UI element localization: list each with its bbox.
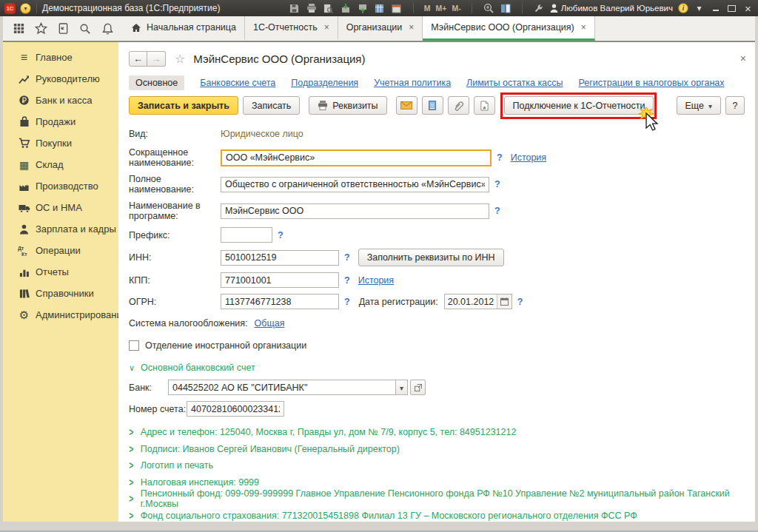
- nav-link-cash-limits[interactable]: Лимиты остатка кассы: [466, 78, 563, 88]
- history-link[interactable]: История: [358, 275, 394, 286]
- nav-back-button[interactable]: [129, 51, 147, 67]
- program-name-input[interactable]: [221, 203, 489, 219]
- nav-link-accounting-policy[interactable]: Учетная политика: [374, 78, 451, 88]
- save-icon[interactable]: [289, 3, 301, 14]
- current-user[interactable]: Любимов Валерий Юрьевич: [550, 4, 673, 13]
- bank-dropdown-button[interactable]: [395, 380, 408, 395]
- close-tab-icon[interactable]: [324, 22, 329, 33]
- help-icon[interactable]: [344, 252, 350, 263]
- help-button[interactable]: ?: [725, 96, 745, 115]
- account-number-input[interactable]: [187, 401, 284, 417]
- kind-value[interactable]: Юридическое лицо: [221, 129, 303, 139]
- close-tab-icon[interactable]: [581, 22, 586, 33]
- close-tab-icon[interactable]: [409, 22, 414, 33]
- nav-link-departments[interactable]: Подразделения: [291, 78, 358, 88]
- email-button[interactable]: [396, 96, 417, 115]
- section-address-phone[interactable]: Адрес и телефон: 125040, Москва г, Правд…: [129, 424, 745, 441]
- foreign-branch-checkbox[interactable]: [129, 340, 139, 351]
- help-icon[interactable]: [494, 179, 500, 189]
- bank-account-section-header[interactable]: Основной банковский счет: [129, 360, 745, 375]
- sidebar-item-directories[interactable]: Справочники: [3, 283, 118, 304]
- fill-by-inn-button[interactable]: Заполнить реквизиты по ИНН: [358, 249, 504, 266]
- tax-system-link[interactable]: Общая: [255, 318, 285, 329]
- ogrn-input[interactable]: [221, 294, 339, 309]
- section-social-insurance[interactable]: Фонд социального страхования: 7713200154…: [129, 508, 745, 522]
- search-icon[interactable]: [76, 20, 95, 38]
- file-export-icon[interactable]: [357, 3, 369, 14]
- calculator-icon[interactable]: [374, 3, 386, 14]
- help-icon[interactable]: [278, 230, 284, 240]
- more-button[interactable]: Еще: [677, 96, 721, 115]
- short-name-input[interactable]: [221, 149, 492, 166]
- split-view-icon[interactable]: [500, 3, 512, 14]
- history-link[interactable]: История: [511, 152, 546, 163]
- nav-forward-button[interactable]: [147, 51, 166, 67]
- nav-link-bank-accounts[interactable]: Банковские счета: [200, 78, 275, 88]
- sidebar-item-operations[interactable]: ДтКтОперации: [3, 240, 118, 261]
- sidebar-item-sales[interactable]: Продажи: [3, 111, 118, 132]
- sidebar-item-main[interactable]: Главное: [3, 47, 118, 68]
- memory-m-button[interactable]: M: [424, 4, 431, 13]
- memory-m-minus-button[interactable]: M-: [452, 4, 460, 13]
- tab-mainservice-org[interactable]: МэйнСервис ООО (Организация): [423, 16, 594, 41]
- notes-button[interactable]: [422, 96, 443, 115]
- favorites-star-icon[interactable]: [31, 20, 50, 38]
- section-logo-stamp[interactable]: Логотип и печать: [129, 457, 745, 474]
- notifications-bell-icon[interactable]: [98, 20, 117, 38]
- sidebar-item-salary-hr[interactable]: Зарплата и кадры: [3, 218, 118, 240]
- connect-1c-reporting-button[interactable]: Подключение к 1С-Отчетности: [504, 96, 654, 115]
- sidebar-item-warehouse[interactable]: Склад: [3, 154, 118, 175]
- help-icon[interactable]: [344, 275, 350, 286]
- full-name-input[interactable]: [221, 177, 489, 192]
- close-window-button[interactable]: [742, 4, 754, 13]
- calendar-icon[interactable]: [391, 3, 403, 14]
- file-import-icon[interactable]: [340, 3, 352, 14]
- maximize-button[interactable]: [726, 4, 737, 13]
- system-menu-button[interactable]: [20, 3, 31, 14]
- section-pension-fund[interactable]: Пенсионный фонд: 099-099-999999 Главное …: [129, 491, 745, 508]
- close-form-button[interactable]: [740, 53, 746, 64]
- open-bank-button[interactable]: [410, 380, 426, 395]
- nav-link-tax-registrations[interactable]: Регистрации в налоговых органах: [579, 78, 725, 88]
- section-signatures[interactable]: Подписи: Иванов Сергей Иванович (Генерал…: [129, 441, 745, 458]
- calendar-picker-icon[interactable]: [497, 294, 512, 309]
- help-icon[interactable]: [494, 206, 500, 216]
- attachments-button[interactable]: [448, 96, 469, 115]
- kpp-input[interactable]: [221, 272, 339, 288]
- sidebar-item-manager[interactable]: Руководителю: [3, 68, 118, 90]
- service-wrench-icon[interactable]: [533, 3, 545, 14]
- titlebar-menu-caret[interactable]: [694, 4, 705, 13]
- info-icon[interactable]: i: [678, 3, 688, 13]
- bank-input[interactable]: [168, 380, 395, 395]
- minimize-button[interactable]: [710, 4, 721, 13]
- favorite-star-icon[interactable]: [175, 52, 185, 66]
- help-icon[interactable]: [344, 297, 350, 307]
- history-icon[interactable]: [53, 20, 73, 38]
- export-document-button[interactable]: [474, 96, 495, 115]
- sidebar-item-production[interactable]: Производство: [3, 175, 118, 197]
- save-button[interactable]: Записать: [243, 96, 300, 115]
- tab-1c-reporting[interactable]: 1С-Отчетность: [245, 16, 338, 41]
- print-icon[interactable]: [306, 3, 318, 14]
- sidebar-item-administration[interactable]: Администрирование: [3, 304, 118, 326]
- memory-m-plus-button[interactable]: M+: [436, 4, 447, 13]
- help-icon[interactable]: [517, 297, 523, 307]
- prefix-input[interactable]: [221, 227, 272, 243]
- sidebar-item-fixed-assets[interactable]: ОС и НМА: [3, 197, 118, 218]
- apps-menu-icon[interactable]: [9, 20, 28, 38]
- print-preview-icon[interactable]: [323, 3, 335, 14]
- tab-home[interactable]: Начальная страница: [123, 16, 245, 41]
- sidebar-item-purchases[interactable]: Покупки: [3, 132, 118, 154]
- tab-organizations[interactable]: Организации: [338, 16, 423, 41]
- zoom-in-icon[interactable]: [483, 3, 494, 14]
- help-icon[interactable]: [497, 152, 503, 163]
- sections-sidebar: Главное Руководителю Банк и касса Продаж…: [3, 42, 118, 522]
- sidebar-item-bank-cash[interactable]: Банк и касса: [3, 90, 118, 111]
- sidebar-item-reports[interactable]: Отчеты: [3, 261, 118, 283]
- 1c-app-icon[interactable]: 1С: [4, 3, 16, 14]
- inn-input[interactable]: [221, 250, 339, 266]
- requisites-button[interactable]: Реквизиты: [309, 96, 386, 115]
- save-and-close-button[interactable]: Записать и закрыть: [129, 96, 238, 115]
- reg-date-input[interactable]: [445, 294, 497, 309]
- nav-link-main[interactable]: Основное: [129, 75, 184, 90]
